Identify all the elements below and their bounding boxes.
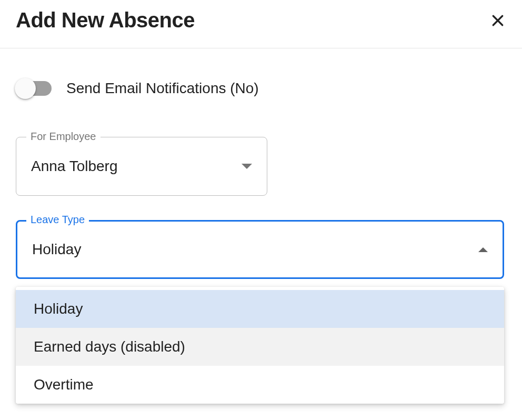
employee-field: For Employee Anna Tolberg [16, 137, 506, 196]
toggle-knob [15, 78, 36, 99]
leave-type-value: Holiday [32, 241, 81, 258]
notifications-row: Send Email Notifications (No) [16, 80, 506, 97]
dropdown-option-holiday[interactable]: Holiday [16, 290, 504, 328]
leave-type-legend: Leave Type [26, 214, 89, 226]
leave-type-select[interactable]: Holiday [16, 220, 504, 279]
employee-select[interactable]: Anna Tolberg [16, 137, 267, 196]
employee-legend: For Employee [26, 131, 101, 143]
employee-value: Anna Tolberg [31, 158, 118, 175]
chevron-up-icon [478, 247, 488, 252]
dialog-content: Send Email Notifications (No) For Employ… [0, 48, 522, 279]
leave-type-dropdown: Holiday Earned days (disabled) Overtime [16, 287, 504, 404]
close-icon [490, 13, 506, 28]
chevron-down-icon [242, 164, 252, 169]
close-button[interactable] [489, 12, 506, 29]
notifications-toggle[interactable] [16, 81, 52, 96]
dropdown-option-overtime[interactable]: Overtime [16, 366, 504, 404]
dialog-header: Add New Absence [0, 0, 522, 48]
notifications-label: Send Email Notifications (No) [66, 80, 259, 97]
page-title: Add New Absence [16, 8, 195, 32]
leave-type-field: Leave Type Holiday Holiday Earned days (… [16, 220, 506, 279]
dropdown-option-earned-days[interactable]: Earned days (disabled) [16, 328, 504, 366]
